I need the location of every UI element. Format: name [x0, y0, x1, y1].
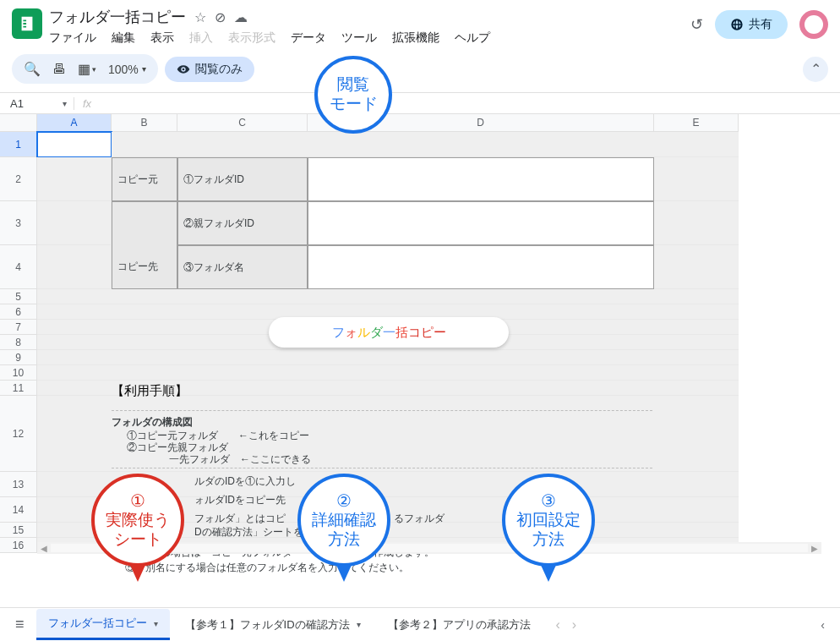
- toolbar: 🔍 🖶 ▦▾ 100% ▾ 閲覧のみ ⌃: [0, 46, 840, 92]
- menu-format: 表示形式: [228, 30, 275, 46]
- cell-B2[interactable]: コピー元: [112, 157, 177, 201]
- row-header-4[interactable]: 4: [0, 245, 37, 289]
- fx-icon: fx: [74, 97, 100, 110]
- cell-B3[interactable]: [112, 201, 177, 245]
- tab-prev-icon: ‹: [556, 617, 560, 633]
- callout-view-mode: 閲覧 モード: [314, 56, 392, 134]
- cell-A1[interactable]: [37, 132, 112, 157]
- zoom-select[interactable]: 100% ▾: [108, 63, 146, 76]
- instructions-heading: 【利用手順】: [112, 383, 188, 399]
- star-icon[interactable]: ☆: [194, 9, 206, 25]
- cell-D4[interactable]: [308, 245, 654, 289]
- menu-tools[interactable]: ツール: [341, 30, 377, 46]
- callout-sheet-1: ① 実際使う シート: [91, 474, 184, 567]
- col-header-A[interactable]: A: [37, 114, 112, 132]
- sheet-tab-active[interactable]: フォルダ一括コピー▾: [36, 609, 170, 640]
- collapse-toolbar-icon[interactable]: ⌃: [803, 57, 828, 82]
- share-label: 共有: [749, 17, 772, 32]
- row-header-1[interactable]: 1: [0, 132, 37, 157]
- cell-B4[interactable]: コピー先: [112, 245, 177, 289]
- cloud-icon[interactable]: ☁: [234, 9, 248, 25]
- tab-nav-arrows[interactable]: ‹ ›: [549, 617, 584, 633]
- name-box[interactable]: A1 ▾: [0, 97, 74, 110]
- toolbar-chip: 🔍 🖶 ▦▾ 100% ▾: [12, 54, 158, 84]
- share-button[interactable]: 共有: [715, 10, 788, 39]
- tab-next-icon: ›: [572, 617, 576, 633]
- cell-C3[interactable]: ②親フォルダID: [177, 201, 308, 245]
- menu-file[interactable]: ファイル: [49, 30, 96, 46]
- print-icon[interactable]: 🖶: [52, 62, 66, 77]
- folder-copy-button[interactable]: フォルダ一括コピー: [269, 317, 509, 348]
- row-header-3[interactable]: 3: [0, 201, 37, 245]
- cloud-check-icon[interactable]: ⊘: [215, 9, 226, 25]
- globe-icon: [730, 18, 744, 31]
- sheet-tabs-bar: ≡ フォルダ一括コピー▾ 【参考１】フォルダIDの確認方法▾ 【参考２】アプリの…: [0, 607, 840, 641]
- sheet-tab-2[interactable]: 【参考１】フォルダIDの確認方法▾: [173, 611, 373, 639]
- callout-sheet-3: ③ 初回設定 方法: [502, 474, 595, 567]
- view-mode-chip[interactable]: 閲覧のみ: [165, 57, 254, 82]
- menu-view[interactable]: 表示: [150, 30, 174, 46]
- row-header-2[interactable]: 2: [0, 157, 37, 201]
- menu-edit[interactable]: 編集: [112, 30, 135, 46]
- menu-data[interactable]: データ: [291, 30, 326, 46]
- sheets-app-icon[interactable]: [12, 8, 42, 39]
- all-sheets-icon[interactable]: ≡: [7, 611, 33, 638]
- filter-icon[interactable]: ▦▾: [78, 61, 96, 77]
- search-icon[interactable]: 🔍: [24, 61, 41, 77]
- menu-bar: ファイル 編集 表示 挿入 表示形式 データ ツール 拡張機能 ヘルプ: [49, 30, 690, 46]
- app-header: フォルダ一括コピー ☆ ⊘ ☁ ファイル 編集 表示 挿入 表示形式 データ ツ…: [0, 0, 840, 46]
- callout-sheet-2: ② 詳細確認 方法: [297, 474, 390, 567]
- cell-C4[interactable]: ③フォルダ名: [177, 245, 308, 289]
- eye-icon: [177, 63, 190, 76]
- col-header-C[interactable]: C: [177, 114, 308, 132]
- cell-C2[interactable]: ①フォルダID: [177, 157, 308, 201]
- col-header-E[interactable]: E: [654, 114, 739, 132]
- col-header-B[interactable]: B: [112, 114, 177, 132]
- formula-bar: A1 ▾ fx: [0, 92, 840, 114]
- sheet-tab-3[interactable]: 【参考２】アプリの承認方法: [376, 611, 543, 639]
- menu-insert: 挿入: [189, 30, 213, 46]
- cell-D3[interactable]: [308, 201, 654, 245]
- cell-D2[interactable]: [308, 157, 654, 201]
- history-icon[interactable]: ↺: [690, 15, 703, 34]
- menu-help[interactable]: ヘルプ: [455, 30, 490, 46]
- doc-title[interactable]: フォルダ一括コピー: [49, 7, 186, 27]
- menu-extensions[interactable]: 拡張機能: [392, 30, 439, 46]
- side-panel-toggle-icon[interactable]: ‹: [812, 618, 833, 632]
- user-avatar[interactable]: [799, 10, 828, 39]
